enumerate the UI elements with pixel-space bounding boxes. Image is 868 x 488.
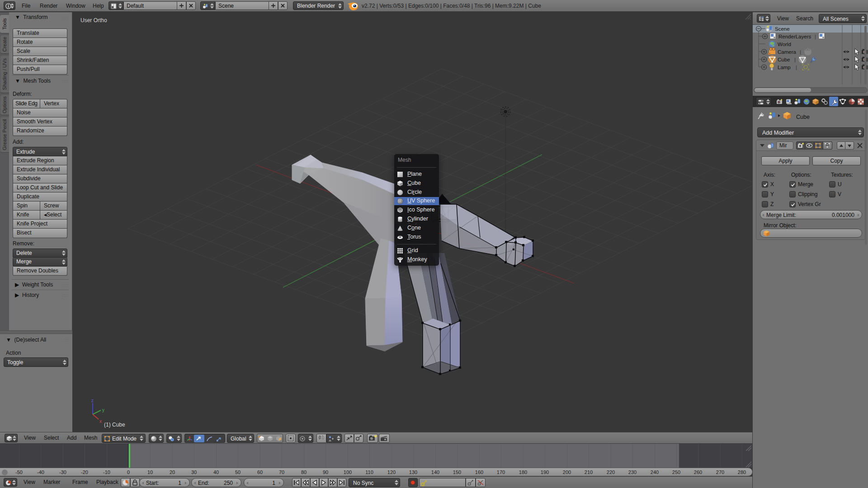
svg-text:|: | — [800, 49, 801, 55]
svg-text:x: x — [99, 419, 102, 424]
svg-text:|: | — [815, 34, 816, 39]
svg-text:RenderLayers: RenderLayers — [778, 34, 811, 39]
svg-text:y: y — [102, 408, 104, 413]
svg-text:Camera: Camera — [778, 49, 797, 55]
svg-text:Cube: Cube — [778, 57, 790, 62]
svg-text:z: z — [91, 399, 94, 403]
svg-text:|: | — [794, 57, 796, 62]
svg-text:|: | — [796, 65, 797, 70]
svg-text:World: World — [778, 42, 791, 47]
svg-text:Scene: Scene — [775, 26, 790, 32]
svg-text:Lamp: Lamp — [778, 65, 791, 70]
